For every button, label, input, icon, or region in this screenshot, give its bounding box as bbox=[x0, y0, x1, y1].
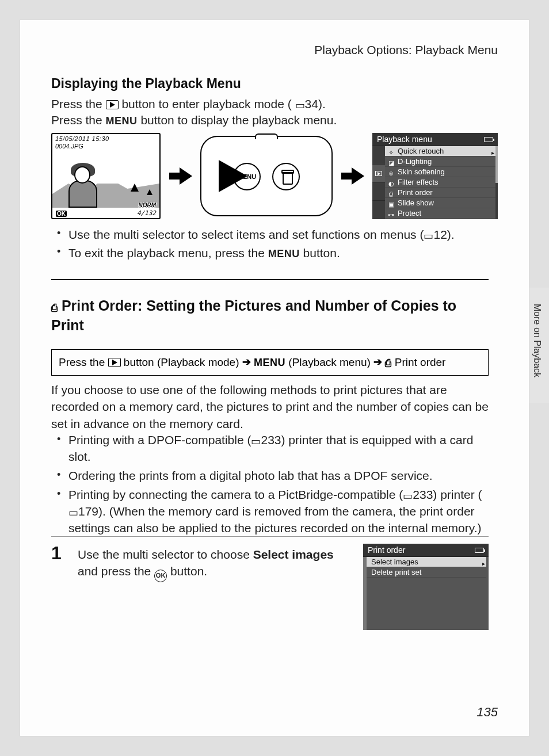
menu-item: ◐Filter effects bbox=[385, 177, 495, 188]
section1-line2: Press the MENU button to display the pla… bbox=[51, 112, 337, 128]
lcd-filename: 0004.JPG bbox=[55, 143, 83, 150]
arrow-icon bbox=[169, 167, 192, 185]
bullets-after-figures: Use the multi selector to select items a… bbox=[65, 226, 498, 263]
book-icon: ▭ bbox=[403, 489, 413, 503]
ok-button-icon: OK bbox=[154, 570, 167, 582]
menu-item-icon: ⊶ bbox=[387, 209, 395, 220]
page-number: 135 bbox=[476, 705, 498, 720]
side-tab-setup bbox=[372, 183, 385, 201]
menu-item: Delete print set bbox=[367, 567, 486, 578]
camera-trash-button bbox=[272, 163, 300, 190]
bullet: Use the multi selector to select items a… bbox=[68, 226, 498, 243]
menu-item: ✧Quick retouch▸ bbox=[385, 146, 495, 156]
lcd-screenshot: 15/05/2011 15:30 0004.JPG NORM 4/132 OK bbox=[51, 133, 161, 219]
menu-items: ✧Quick retouch▸◪D-Lighting☺Skin softenin… bbox=[385, 146, 495, 219]
divider bbox=[51, 279, 489, 280]
arrow-icon bbox=[341, 167, 364, 185]
playback-menu-screenshot: Playback menu ✧Quick retouch▸◪D-Lighting… bbox=[372, 133, 498, 219]
section2-bullets: Printing with a DPOF-compatible (▭233) p… bbox=[65, 432, 489, 539]
arrow-right-icon: ➔ bbox=[242, 356, 251, 368]
book-icon: ▭ bbox=[295, 98, 305, 112]
print-order-menu-screenshot: Print order Select images▸Delete print s… bbox=[363, 544, 489, 630]
side-tab-text: More on Playback bbox=[532, 304, 542, 377]
text: Press the bbox=[51, 113, 106, 127]
menu-title: Playback menu bbox=[377, 135, 432, 144]
navigation-path-box: Press the button (Playback mode) ➔ MENU … bbox=[51, 349, 489, 376]
lcd-quality: NORM bbox=[138, 202, 156, 208]
play-icon bbox=[106, 100, 119, 109]
print-order-icon: ⎙ bbox=[51, 302, 58, 314]
menu-word: MENU bbox=[106, 115, 138, 127]
bullet: Printing with a DPOF-compatible (▭233) p… bbox=[68, 432, 489, 465]
menu-side-tabs bbox=[372, 146, 385, 219]
divider bbox=[51, 536, 489, 537]
side-tab: More on Playback bbox=[526, 288, 549, 403]
bullet: Printing by connecting the camera to a P… bbox=[68, 487, 489, 537]
section1-title: Displaying the Playback Menu bbox=[51, 76, 241, 91]
menu-item: ⎙Print order bbox=[385, 188, 495, 198]
menu-item: ⊶Protect bbox=[385, 208, 495, 219]
side-tab-blank bbox=[372, 201, 385, 219]
bullet: To exit the playback menu, press the MEN… bbox=[68, 245, 498, 261]
book-icon: ▭ bbox=[68, 506, 78, 520]
menu-word: MENU bbox=[268, 248, 300, 259]
text: ). bbox=[318, 97, 326, 110]
text: button to enter playback mode ( bbox=[121, 97, 291, 110]
menu-item: ☺Skin softening bbox=[385, 167, 495, 177]
text: button to display the playback menu. bbox=[140, 113, 337, 127]
menu-left-bar bbox=[363, 557, 367, 630]
lcd-scene bbox=[52, 150, 159, 208]
menu-word: MENU bbox=[254, 357, 285, 368]
camera-menu-button: MENU bbox=[233, 163, 261, 190]
section1-line1: Press the button to enter playback mode … bbox=[51, 96, 326, 112]
figure-row: 15/05/2011 15:30 0004.JPG NORM 4/132 OK … bbox=[51, 131, 498, 222]
menu-item: Select images▸ bbox=[367, 557, 486, 567]
page-ref: 34 bbox=[305, 97, 318, 110]
battery-icon bbox=[475, 548, 484, 553]
text: Press the bbox=[51, 97, 106, 110]
step-number: 1 bbox=[51, 543, 62, 564]
camera-back-diagram: MENU bbox=[200, 136, 333, 216]
lcd-ok-hint: OK bbox=[56, 211, 67, 217]
step1-text: Use the multi selector to choose Select … bbox=[78, 546, 348, 582]
play-icon bbox=[108, 358, 121, 367]
menu-item: ◪D-Lighting bbox=[385, 156, 495, 167]
menu-item: ▣Slide show bbox=[385, 198, 495, 208]
bold-text: Select images bbox=[253, 548, 334, 561]
bullet: Ordering the prints from a digital photo… bbox=[68, 468, 489, 484]
menu-title: Print order bbox=[368, 545, 405, 555]
side-tab-playback bbox=[372, 165, 385, 183]
manual-page: Playback Options: Playback Menu Displayi… bbox=[20, 20, 529, 736]
section2-paragraph: If you choose to use one of the followin… bbox=[51, 381, 489, 432]
arrow-right-icon: ➔ bbox=[373, 356, 382, 368]
lcd-timestamp: 15/05/2011 15:30 bbox=[55, 135, 109, 142]
side-tab-mode bbox=[372, 146, 385, 165]
book-icon: ▭ bbox=[424, 229, 433, 243]
lcd-counter: 4/132 bbox=[137, 209, 156, 217]
book-icon: ▭ bbox=[251, 434, 261, 449]
print-order-icon: ⎙ bbox=[385, 357, 391, 369]
section2-title: ⎙ Print Order: Setting the Pictures and … bbox=[51, 296, 477, 335]
breadcrumb: Playback Options: Playback Menu bbox=[314, 43, 498, 57]
battery-icon bbox=[484, 137, 493, 142]
scrollbar bbox=[495, 146, 498, 219]
menu-items: Select images▸Delete print set bbox=[367, 557, 486, 630]
